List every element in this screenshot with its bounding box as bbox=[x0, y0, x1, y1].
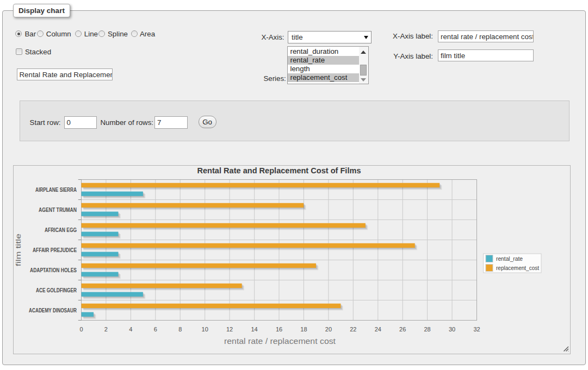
svg-text:replacement_cost: replacement_cost bbox=[496, 265, 540, 271]
svg-text:AFRICAN EGG: AFRICAN EGG bbox=[45, 227, 77, 233]
svg-text:AFFAIR PREJUDICE: AFFAIR PREJUDICE bbox=[33, 247, 77, 253]
svg-text:AGENT TRUMAN: AGENT TRUMAN bbox=[39, 207, 77, 213]
svg-text:AIRPLANE SIERRA: AIRPLANE SIERRA bbox=[35, 187, 77, 193]
svg-text:26: 26 bbox=[399, 326, 406, 333]
svg-text:4: 4 bbox=[129, 326, 132, 333]
svg-text:22: 22 bbox=[350, 326, 356, 333]
svg-text:14: 14 bbox=[251, 326, 257, 333]
svg-text:20: 20 bbox=[325, 326, 332, 333]
svg-text:28: 28 bbox=[424, 326, 430, 333]
svg-text:8: 8 bbox=[178, 326, 182, 333]
svg-text:24: 24 bbox=[375, 326, 381, 333]
svg-text:film title: film title bbox=[14, 234, 22, 266]
svg-text:rental rate / replacement cost: rental rate / replacement cost bbox=[224, 337, 336, 346]
svg-text:18: 18 bbox=[300, 326, 307, 333]
svg-text:0: 0 bbox=[79, 326, 83, 333]
svg-text:ACADEMY DINOSAUR: ACADEMY DINOSAUR bbox=[29, 308, 77, 313]
svg-text:2: 2 bbox=[104, 326, 108, 333]
svg-text:12: 12 bbox=[226, 326, 233, 333]
svg-text:16: 16 bbox=[276, 326, 282, 333]
svg-text:32: 32 bbox=[473, 326, 480, 333]
svg-text:10: 10 bbox=[202, 326, 208, 333]
svg-text:Rental Rate and Replacement Co: Rental Rate and Replacement Cost of Film… bbox=[197, 166, 361, 175]
svg-text:30: 30 bbox=[449, 326, 455, 333]
svg-text:ADAPTATION HOLES: ADAPTATION HOLES bbox=[30, 267, 77, 273]
svg-text:6: 6 bbox=[154, 326, 157, 333]
svg-text:rental_rate: rental_rate bbox=[496, 255, 523, 262]
svg-text:ACE GOLDFINGER: ACE GOLDFINGER bbox=[36, 287, 77, 293]
